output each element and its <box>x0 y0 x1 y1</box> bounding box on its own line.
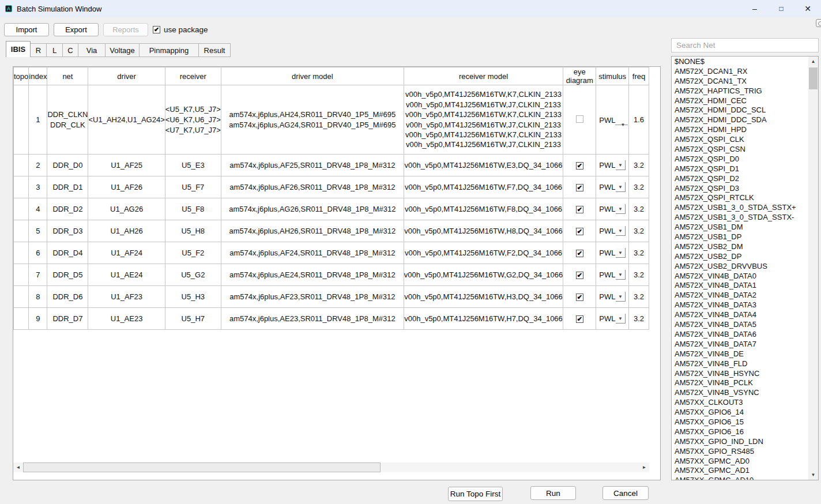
cell-receiver: U5_H7 <box>165 308 221 330</box>
run-button[interactable]: Run <box>530 486 576 500</box>
net-list-item[interactable]: AM572X_VIN4B_VSYNC <box>672 388 808 398</box>
net-list-item[interactable]: AM57XX_GPIO6_15 <box>672 418 808 427</box>
scroll-right-icon[interactable]: ► <box>639 462 649 472</box>
close-button[interactable]: ✕ <box>794 0 821 17</box>
net-list-item[interactable]: $NONE$ <box>672 57 808 67</box>
stimulus-dropdown[interactable]: ▼ <box>616 292 626 302</box>
net-list-item[interactable]: AM572X_DCAN1_TX <box>672 77 808 86</box>
net-list-item[interactable]: AM57XX_GPMC_AD1 <box>672 466 808 476</box>
vertical-scrollbar-thumb[interactable] <box>809 67 818 89</box>
net-list-item[interactable]: AM572X_VIN4B_HSYNC <box>672 369 808 379</box>
maximize-button[interactable]: □ <box>768 0 794 17</box>
net-list-item[interactable]: AM572X_USB1_3_0_STDA_SSTX- <box>672 213 808 223</box>
net-list-item[interactable]: AM572X_USB2_DP <box>672 252 808 262</box>
tab-via[interactable]: Via <box>78 43 106 57</box>
net-list-item[interactable]: AM572X_USB1_3_0_STDA_SSTX+ <box>672 203 808 213</box>
cell-freq: 3.2 <box>629 242 649 264</box>
net-list-item[interactable]: AM572X_QSPI_D0 <box>672 155 808 164</box>
net-list-item[interactable]: AM572X_HAPTICS_TRIG <box>672 86 808 96</box>
tab-r[interactable]: R <box>30 43 47 57</box>
search-net-input[interactable] <box>671 38 819 52</box>
eye-diagram-checkbox[interactable]: ✔ <box>576 315 583 323</box>
vertical-scrollbar[interactable]: ▲ ▼ <box>808 57 818 480</box>
horizontal-scrollbar[interactable]: ◄ ► <box>13 462 649 472</box>
tab-c[interactable]: C <box>62 43 78 57</box>
stimulus-value: PWL <box>599 227 615 235</box>
cell-receiver-model: v00h_v5p0,MT41J256M16TW,E3,DQ_34_1066 <box>404 155 563 176</box>
simulation-table-frame: topoindexnetdriverreceiverdriver modelre… <box>13 66 661 480</box>
net-list-item[interactable]: AM572X_VIN4B_DE <box>672 349 808 359</box>
net-list-item[interactable]: AM57XX_GPIO6_16 <box>672 427 808 437</box>
stimulus-dropdown[interactable]: ▼ <box>615 125 628 125</box>
cell-driver-model: am574x,j6plus,AE24,SR011_DRV48_1P8_M#312 <box>221 264 404 286</box>
net-list-item[interactable]: AM572X_HDMI_DDC_SDA <box>672 115 808 125</box>
net-list-item[interactable]: AM57XX_GPIO_IND_LDN <box>672 437 808 447</box>
cancel-button[interactable]: Cancel <box>602 486 649 500</box>
net-list-item[interactable]: AM572X_HDMI_DDC_SCL <box>672 106 808 115</box>
scroll-up-icon[interactable]: ▲ <box>808 57 818 66</box>
net-list-item[interactable]: AM572X_VIN4B_FLD <box>672 359 808 369</box>
net-list-item[interactable]: AM572X_QSPI_RTCLK <box>672 193 808 203</box>
tab-pinmapping[interactable]: Pinmapping <box>139 43 199 57</box>
net-list-item[interactable]: AM572X_DCAN1_RX <box>672 67 808 77</box>
tab-ibis[interactable]: IBIS <box>6 41 31 57</box>
net-list-item[interactable]: AM572X_VIN4B_DATA0 <box>672 272 808 281</box>
net-list-item[interactable]: AM572X_QSPI_D1 <box>672 164 808 174</box>
cell-stimulus: PWL▼ <box>596 308 629 330</box>
scroll-down-icon[interactable]: ▼ <box>808 470 818 480</box>
net-list-item[interactable]: AM572X_VIN4B_DATA4 <box>672 310 808 320</box>
cell-driver-model: am574x,j6plus,AF23,SR011_DRV48_1P8_M#312 <box>221 286 404 308</box>
net-list-item[interactable]: AM572X_USB1_DM <box>672 223 808 232</box>
tab-l[interactable]: L <box>46 43 63 57</box>
horizontal-scrollbar-thumb[interactable] <box>23 462 381 472</box>
tab-voltage[interactable]: Voltage <box>105 43 140 57</box>
eye-diagram-checkbox[interactable]: ✔ <box>576 294 583 301</box>
net-list-item[interactable]: AM57XX_GPMC_AD10 <box>672 476 808 480</box>
net-list-item[interactable]: AM572X_QSPI_D2 <box>672 174 808 184</box>
net-list-item[interactable]: AM572X_USB1_DP <box>672 232 808 242</box>
stimulus-dropdown[interactable]: ▼ <box>616 204 626 214</box>
export-button[interactable]: Export <box>54 23 99 36</box>
stimulus-dropdown[interactable]: ▼ <box>616 226 626 236</box>
screen-capture-icon[interactable] <box>816 19 821 27</box>
stimulus-dropdown[interactable]: ▼ <box>616 182 626 192</box>
net-list-item[interactable]: AM57XX_GPIO6_14 <box>672 408 808 418</box>
stimulus-dropdown[interactable]: ▼ <box>616 160 626 170</box>
net-list-item[interactable]: AM572X_HDMI_HPD <box>672 125 808 135</box>
net-list-item[interactable]: AM572X_VIN4B_DATA5 <box>672 320 808 330</box>
stimulus-dropdown[interactable]: ▼ <box>616 314 626 324</box>
net-list-item[interactable]: AM572X_VIN4B_PCLK <box>672 378 808 388</box>
net-list-item[interactable]: AM57XX_GPIO_RS485 <box>672 447 808 457</box>
eye-diagram-checkbox[interactable] <box>576 115 583 123</box>
stimulus-dropdown[interactable]: ▼ <box>616 270 626 280</box>
table-row: 7DDR_D5U1_AE24U5_G2am574x,j6plus,AE24,SR… <box>14 264 649 286</box>
net-list-item[interactable]: AM572X_VIN4B_DATA3 <box>672 300 808 310</box>
net-list-item[interactable]: AM572X_USB2_DRVVBUS <box>672 262 808 272</box>
minimize-button[interactable]: – <box>741 0 768 17</box>
net-list-item[interactable]: AM572X_QSPI_CLK <box>672 135 808 145</box>
eye-diagram-checkbox[interactable]: ✔ <box>576 272 583 279</box>
net-list-item[interactable]: AM57XX_GPMC_AD0 <box>672 457 808 467</box>
stimulus-dropdown[interactable]: ▼ <box>616 248 626 258</box>
run-topo-first-button[interactable]: Run Topo First <box>448 487 503 501</box>
net-list-item[interactable]: AM57XX_CLKOUT3 <box>672 398 808 408</box>
net-list-item[interactable]: AM572X_QSPI_D3 <box>672 184 808 194</box>
eye-diagram-checkbox[interactable]: ✔ <box>576 184 583 191</box>
net-list-item[interactable]: AM572X_VIN4B_DATA6 <box>672 330 808 340</box>
cell-net: DDR_D5 <box>47 264 88 286</box>
eye-diagram-checkbox[interactable]: ✔ <box>576 162 583 170</box>
net-list-item[interactable]: AM572X_VIN4B_DATA2 <box>672 291 808 300</box>
net-list-item[interactable]: AM572X_USB2_DM <box>672 242 808 252</box>
net-list-item[interactable]: AM572X_QSPI_CSN <box>672 145 808 155</box>
cell-index: 5 <box>29 220 47 242</box>
net-list-item[interactable]: AM572X_HDMI_CEC <box>672 96 808 106</box>
use-package-checkbox[interactable]: ✔ <box>153 26 160 33</box>
eye-diagram-checkbox[interactable]: ✔ <box>576 206 583 213</box>
scroll-left-icon[interactable]: ◄ <box>13 462 23 472</box>
net-list-item[interactable]: AM572X_VIN4B_DATA1 <box>672 281 808 291</box>
tab-result[interactable]: Result <box>198 43 231 57</box>
eye-diagram-checkbox[interactable]: ✔ <box>576 228 583 235</box>
import-button[interactable]: Import <box>4 23 49 36</box>
net-list-item[interactable]: AM572X_VIN4B_DATA7 <box>672 340 808 349</box>
eye-diagram-checkbox[interactable]: ✔ <box>576 250 583 257</box>
